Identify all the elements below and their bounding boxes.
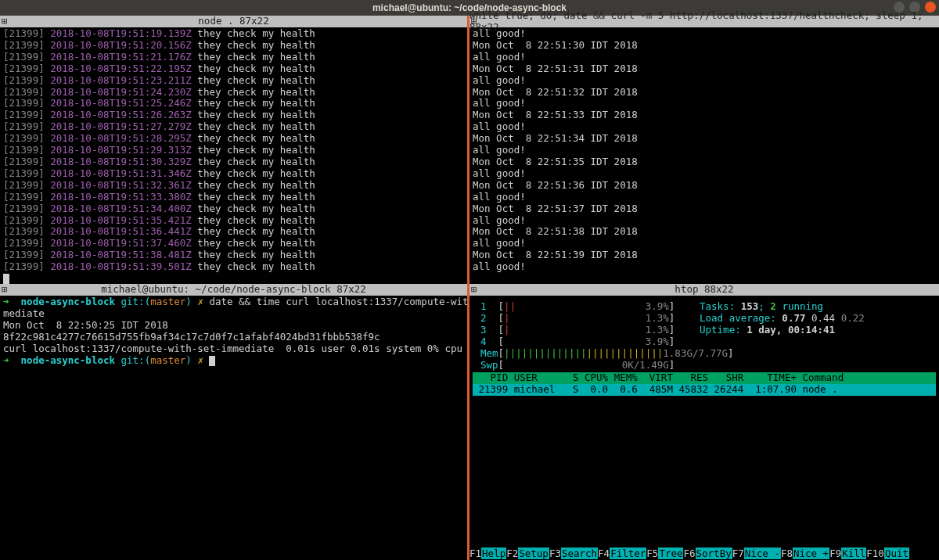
load-line: Load average: 0.77 0.44 0.22 (700, 313, 865, 325)
log-line: [21399] 2018-10-08T19:51:37.460Z they ch… (3, 238, 464, 249)
htop-header[interactable]: PID USER S CPU% MEM% VIRT RES SHR TIME+ … (473, 372, 936, 384)
fkey-f2[interactable]: F2Setup (506, 548, 549, 560)
date-line: Mon Oct 8 22:51:30 IDT 2018 (473, 40, 936, 52)
process-row[interactable]: 21399 michael S 0.0 0.6 485M 45832 26244… (473, 384, 936, 396)
corner-icon: ⊞ (471, 16, 477, 27)
fkey-f3[interactable]: F3Search (549, 548, 598, 560)
health-line: all good! (473, 215, 936, 227)
health-line: all good! (473, 238, 936, 249)
output-line: curl localhost:1337/compute-with-set-imm… (3, 343, 464, 355)
tasks-line: Tasks: 153; 2 running (700, 301, 865, 313)
cursor (209, 356, 215, 366)
mem-meter: Mem[|||||||||||||||||||||||||||1.83G/7.7… (480, 348, 700, 360)
fkey-f8[interactable]: F8Nice + (781, 548, 829, 560)
htop-function-keys: F1Help F2SetupF3SearchF4FilterF5Tree F6S… (470, 548, 939, 560)
log-line: [21399] 2018-10-08T19:51:34.400Z they ch… (3, 203, 464, 215)
pane-title-top-left: ⊞ node . 87x22 (0, 16, 467, 27)
date-line: Mon Oct 8 22:51:32 IDT 2018 (473, 87, 936, 99)
log-line: [21399] 2018-10-08T19:51:27.279Z they ch… (3, 121, 464, 133)
date-line: Mon Oct 8 22:51:36 IDT 2018 (473, 180, 936, 192)
date-line: Mon Oct 8 22:51:37 IDT 2018 (473, 203, 936, 215)
date-line: Mon Oct 8 22:51:35 IDT 2018 (473, 156, 936, 168)
fkey-f7[interactable]: F7Nice - (732, 548, 781, 560)
log-line: [21399] 2018-10-08T19:51:23.211Z they ch… (3, 75, 464, 87)
health-line: all good! (473, 168, 936, 180)
output-line: 8f22c981c4277c76615d755fb9af34c17c7d0f7c… (3, 332, 464, 343)
fkey-f6[interactable]: F6SortBy (683, 548, 732, 560)
tmux-grid: ⊞ node . 87x22 ⊞ while true; do; date &&… (0, 16, 939, 560)
date-line: Mon Oct 8 22:51:31 IDT 2018 (473, 63, 936, 75)
date-line: Mon Oct 8 22:51:39 IDT 2018 (473, 249, 936, 261)
log-line: [21399] 2018-10-08T19:51:19.139Z they ch… (3, 28, 464, 40)
fkey-f4[interactable]: F4Filter (598, 548, 646, 560)
health-line: all good! (473, 145, 936, 156)
date-line: Mon Oct 8 22:51:34 IDT 2018 (473, 133, 936, 145)
pane-htop[interactable]: 1 [|| 3.9%]2 [| 1.3%]3 [| 1.3%]4 [ 3.9%]… (470, 296, 939, 560)
log-line: [21399] 2018-10-08T19:51:30.329Z they ch… (3, 156, 464, 168)
prompt-line[interactable]: ➜ node-async-block git:(master) ✗ (3, 355, 464, 367)
health-line: all good! (473, 121, 936, 133)
corner-icon: ⊞ (2, 16, 8, 27)
fkey-f9[interactable]: F9Kill (829, 548, 866, 560)
cpu-meter: 1 [|| 3.9%] (480, 301, 700, 313)
pane-node-log[interactable]: [21399] 2018-10-08T19:51:19.139Z they ch… (0, 27, 467, 284)
log-line: [21399] 2018-10-08T19:51:24.230Z they ch… (3, 87, 464, 99)
log-line: [21399] 2018-10-08T19:51:20.156Z they ch… (3, 40, 464, 52)
log-line: [21399] 2018-10-08T19:51:35.421Z they ch… (3, 215, 464, 227)
log-line: [21399] 2018-10-08T19:51:39.501Z they ch… (3, 261, 464, 273)
pane-title-bottom-right: ⊞ htop 88x22 (470, 284, 939, 296)
log-line: [21399] 2018-10-08T19:51:38.481Z they ch… (3, 249, 464, 261)
log-line: [21399] 2018-10-08T19:51:26.263Z they ch… (3, 109, 464, 121)
date-line: Mon Oct 8 22:51:38 IDT 2018 (473, 226, 936, 238)
uptime-line: Uptime: 1 day, 00:14:41 (700, 325, 865, 336)
log-line: [21399] 2018-10-08T19:51:22.195Z they ch… (3, 63, 464, 75)
pane-title-bottom-left: ⊞ michael@ubuntu: ~/code/node-async-bloc… (0, 284, 467, 296)
swap-meter: Swp[ 0K/1.49G] (480, 360, 700, 372)
health-line: all good! (473, 75, 936, 87)
log-line: [21399] 2018-10-08T19:51:31.346Z they ch… (3, 168, 464, 180)
log-line: [21399] 2018-10-08T19:51:32.361Z they ch… (3, 180, 464, 192)
cpu-meter: 3 [| 1.3%] (480, 325, 700, 336)
log-line: [21399] 2018-10-08T19:51:21.176Z they ch… (3, 52, 464, 63)
fkey-f5[interactable]: F5Tree (646, 548, 683, 560)
health-line: all good! (473, 261, 936, 273)
log-line: [21399] 2018-10-08T19:51:25.246Z they ch… (3, 98, 464, 109)
health-line: all good! (473, 98, 936, 109)
pane-healthcheck[interactable]: all good!Mon Oct 8 22:51:30 IDT 2018all … (470, 27, 939, 284)
health-line: all good! (473, 192, 936, 203)
fkey-f1[interactable]: F1Help (470, 548, 506, 560)
cpu-meter: 4 [ 3.9%] (480, 336, 700, 348)
prompt-line: ➜ node-async-block git:(master) ✗ date &… (3, 296, 464, 308)
log-line: [21399] 2018-10-08T19:51:33.380Z they ch… (3, 192, 464, 203)
log-line: [21399] 2018-10-08T19:51:28.295Z they ch… (3, 133, 464, 145)
fkey-f10[interactable]: F10Quit (866, 548, 909, 560)
corner-icon: ⊞ (471, 284, 477, 296)
log-line: [21399] 2018-10-08T19:51:29.313Z they ch… (3, 145, 464, 156)
output-line: Mon Oct 8 22:50:25 IDT 2018 (3, 320, 464, 332)
corner-icon: ⊞ (2, 284, 8, 296)
pane-shell[interactable]: ➜ node-async-block git:(master) ✗ date &… (0, 296, 467, 560)
cpu-meter: 2 [| 1.3%] (480, 313, 700, 325)
health-line: all good! (473, 52, 936, 63)
pane-title-top-right: ⊞ while true; do; date && curl -m 5 http… (470, 16, 939, 27)
log-line: [21399] 2018-10-08T19:51:36.441Z they ch… (3, 226, 464, 238)
date-line: Mon Oct 8 22:51:33 IDT 2018 (473, 109, 936, 121)
